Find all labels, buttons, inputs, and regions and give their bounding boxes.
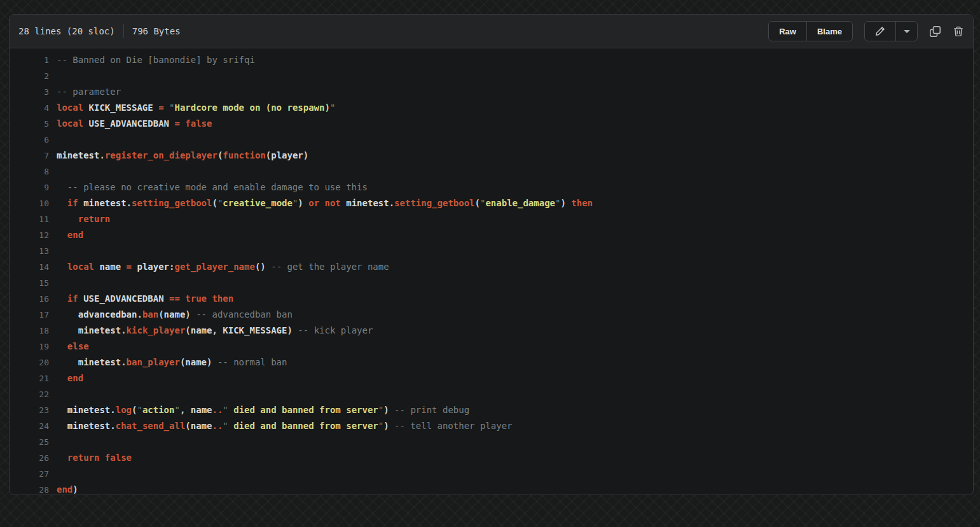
- code-token: -- Banned on Die [banondie] by srifqi: [57, 55, 255, 65]
- edit-button[interactable]: [865, 22, 895, 41]
- delete-button[interactable]: [953, 25, 964, 38]
- code-token: .: [389, 198, 394, 208]
- code-token: creative_mode: [223, 198, 293, 208]
- code-token: name: [164, 309, 186, 320]
- code-content: advancedban.ban(name) -- advancedban ban: [57, 307, 293, 323]
- line-number[interactable]: 2: [10, 68, 57, 84]
- code-content: if USE_ADVANCEDBAN == true then: [57, 291, 233, 307]
- code-token: ": [174, 405, 179, 415]
- code-token: .: [110, 421, 115, 431]
- line-number[interactable]: 8: [10, 164, 57, 179]
- code-token: local: [67, 262, 100, 272]
- code-line: 16 if USE_ADVANCEDBAN == true then: [10, 291, 973, 307]
- code-token: (: [185, 325, 190, 335]
- code-token: (: [475, 198, 480, 208]
- code-line: 23 minetest.log("action", name.." died a…: [10, 402, 973, 418]
- line-number[interactable]: 5: [10, 116, 57, 132]
- line-number[interactable]: 4: [10, 100, 57, 116]
- line-number[interactable]: 26: [10, 450, 57, 466]
- code-token: else: [67, 341, 89, 351]
- code-line: 10 if minetest.setting_getbool("creative…: [10, 195, 973, 211]
- code-token: ban: [142, 309, 158, 320]
- line-number[interactable]: 13: [10, 243, 57, 259]
- code-line: 2: [10, 68, 973, 84]
- code-token: name: [99, 262, 126, 272]
- code-line: 13: [10, 243, 973, 259]
- code-token: end: [57, 484, 72, 495]
- code-token: ": [378, 405, 383, 415]
- copy-button[interactable]: [929, 25, 941, 38]
- code-token: =: [127, 262, 137, 272]
- code-token: local: [57, 118, 89, 129]
- code-token: if: [67, 293, 83, 304]
- code-token: return: [78, 214, 111, 224]
- line-number[interactable]: 11: [10, 211, 57, 227]
- line-number[interactable]: 9: [10, 179, 57, 195]
- line-number[interactable]: 18: [10, 323, 57, 339]
- code-token: KICK_MESSAGE: [89, 102, 159, 113]
- code-token: ": [137, 405, 142, 415]
- line-number[interactable]: 17: [10, 307, 57, 323]
- code-token: -- parameter: [57, 87, 121, 97]
- code-token: enable_damage: [485, 198, 555, 208]
- code-token: ): [383, 421, 394, 431]
- code-content: local name = player:get_player_name() --…: [57, 259, 389, 275]
- line-number[interactable]: 22: [10, 386, 57, 402]
- line-number[interactable]: 14: [10, 259, 57, 275]
- code-token: log: [116, 405, 132, 415]
- line-number[interactable]: 16: [10, 291, 57, 307]
- line-number[interactable]: 3: [10, 84, 57, 100]
- line-number[interactable]: 19: [10, 339, 57, 355]
- code-content: if minetest.setting_getbool("creative_mo…: [57, 195, 593, 211]
- code-token: -- please no creative mode and enable da…: [57, 182, 368, 192]
- code-token: player: [137, 262, 169, 272]
- code-token: [57, 421, 67, 431]
- line-number[interactable]: 24: [10, 418, 57, 434]
- code-line: 11 return: [10, 211, 973, 227]
- code-token: [57, 230, 67, 240]
- edit-dropdown-button[interactable]: [895, 22, 917, 41]
- code-token: [57, 373, 67, 383]
- code-token: get_player_name: [174, 262, 254, 272]
- file-size-info: 796 Bytes: [132, 26, 181, 36]
- code-token: ": [330, 102, 335, 113]
- code-token: -- kick player: [298, 325, 373, 335]
- code-token: then: [571, 198, 593, 208]
- code-line: 18 minetest.kick_player(name, KICK_MESSA…: [10, 323, 973, 339]
- line-number[interactable]: 27: [10, 466, 57, 482]
- code-token: minetest: [57, 150, 99, 160]
- meta-divider: [123, 24, 124, 38]
- line-number[interactable]: 7: [10, 148, 57, 164]
- line-number[interactable]: 23: [10, 402, 57, 418]
- code-token: ): [287, 325, 298, 335]
- code-token: name: [191, 325, 212, 335]
- chevron-down-icon: [904, 30, 910, 33]
- line-number[interactable]: 1: [10, 52, 57, 68]
- blame-button[interactable]: Blame: [806, 22, 852, 41]
- line-number[interactable]: 12: [10, 227, 57, 243]
- line-number[interactable]: 10: [10, 195, 57, 211]
- code-token: or not: [308, 198, 346, 208]
- line-number[interactable]: 21: [10, 370, 57, 386]
- line-number[interactable]: 20: [10, 355, 57, 370]
- line-number[interactable]: 6: [10, 132, 57, 148]
- code-token: setting_getbool: [394, 198, 474, 208]
- code-line: 12 end: [10, 227, 973, 243]
- code-token: player: [271, 150, 303, 160]
- line-number[interactable]: 28: [10, 482, 57, 495]
- code-token: setting_getbool: [132, 198, 212, 208]
- code-token: ban_player: [127, 357, 180, 367]
- code-token: name: [191, 405, 212, 415]
- code-line: 3-- parameter: [10, 84, 973, 100]
- code-token: ): [303, 150, 308, 160]
- code-content: minetest.ban_player(name) -- normal ban: [57, 355, 287, 370]
- code-content: end: [57, 370, 83, 386]
- code-token: -- normal ban: [217, 357, 287, 367]
- line-number[interactable]: 15: [10, 275, 57, 291]
- code-token: .: [121, 325, 126, 335]
- line-number[interactable]: 25: [10, 434, 57, 450]
- code-line: 6: [10, 132, 973, 148]
- code-token: chat_send_all: [116, 421, 186, 431]
- code-content: -- please no creative mode and enable da…: [57, 179, 368, 195]
- raw-button[interactable]: Raw: [769, 22, 806, 41]
